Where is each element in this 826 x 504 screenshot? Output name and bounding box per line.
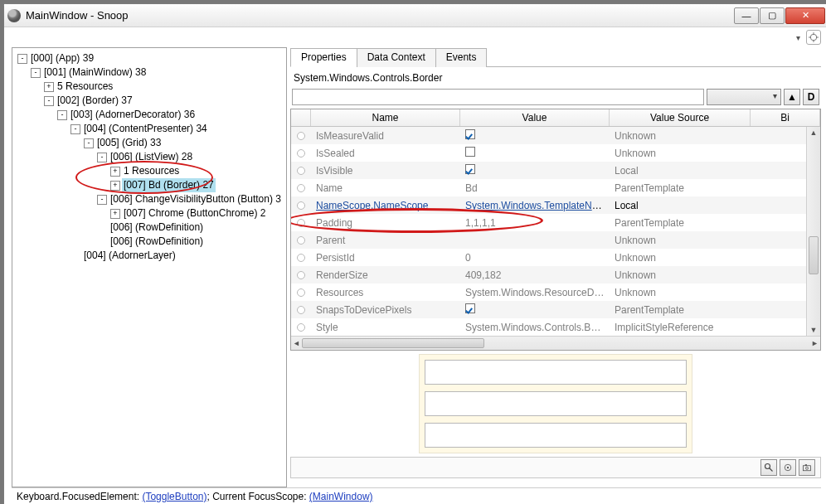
titlebar[interactable]: MainWindow - Snoop — ▢ ✕ bbox=[4, 4, 826, 27]
col-header-binding[interactable]: Bi bbox=[751, 109, 820, 126]
scroll-up-icon[interactable]: ▲ bbox=[810, 128, 818, 137]
tree-node[interactable]: [004] (AdornerLayer) bbox=[14, 249, 284, 263]
tree-node[interactable]: [006] (RowDefinition) bbox=[14, 235, 284, 249]
breakpoint-radio[interactable] bbox=[297, 323, 305, 332]
preview-slot[interactable] bbox=[425, 391, 687, 416]
tree-node[interactable]: -[003] (AdornerDecorator) 36 bbox=[14, 108, 284, 122]
property-row[interactable]: IsVisibleLocal bbox=[291, 162, 806, 179]
breakpoint-radio[interactable] bbox=[297, 254, 305, 262]
focus-scope-link[interactable]: (MainWindow) bbox=[309, 491, 373, 502]
breakpoint-radio[interactable] bbox=[297, 236, 305, 245]
property-value-cell[interactable] bbox=[460, 147, 610, 159]
tree-node-label: [003] (AdornerDecorator) 36 bbox=[69, 108, 197, 122]
tree-node[interactable]: +[007] Chrome (ButtonChrome) 2 bbox=[14, 206, 284, 220]
property-row[interactable]: NameBdParentTemplate bbox=[291, 179, 806, 196]
scroll-down-icon[interactable]: ▼ bbox=[810, 326, 818, 334]
expand-icon[interactable]: + bbox=[44, 82, 54, 92]
breakpoint-radio[interactable] bbox=[297, 149, 305, 158]
sort-direction-button[interactable]: ▲ bbox=[784, 89, 800, 105]
property-row[interactable]: PersistId0Unknown bbox=[291, 249, 806, 266]
collapse-icon[interactable]: - bbox=[97, 153, 107, 162]
property-value-cell[interactable] bbox=[460, 164, 610, 177]
breakpoint-radio[interactable] bbox=[297, 184, 305, 192]
maximize-button[interactable]: ▢ bbox=[760, 7, 785, 24]
target-picker-button[interactable] bbox=[806, 30, 821, 45]
breakpoint-radio[interactable] bbox=[297, 167, 305, 175]
tab-data-context[interactable]: Data Context bbox=[357, 48, 436, 67]
col-header-source[interactable]: Value Source bbox=[610, 109, 751, 126]
property-value-cell[interactable]: 409,182 bbox=[460, 269, 610, 281]
property-row[interactable]: IsSealedUnknown bbox=[291, 144, 806, 162]
tab-properties[interactable]: Properties bbox=[290, 48, 357, 67]
close-button[interactable]: ✕ bbox=[785, 7, 825, 24]
property-value-cell[interactable] bbox=[460, 303, 610, 316]
property-row[interactable]: ParentUnknown bbox=[291, 231, 806, 249]
tree-node[interactable]: -[006] ChangeVisibilityButton (Button) 3 bbox=[14, 192, 284, 206]
filter-dropdown[interactable] bbox=[707, 89, 781, 105]
tree-node[interactable]: -[004] (ContentPresenter) 34 bbox=[14, 122, 284, 136]
breakpoint-radio[interactable] bbox=[297, 201, 305, 210]
scroll-right-icon[interactable]: ► bbox=[811, 339, 819, 347]
checkbox-unchecked-icon[interactable] bbox=[465, 147, 475, 157]
col-header-radio[interactable] bbox=[291, 109, 311, 126]
snapshot-button[interactable] bbox=[799, 459, 815, 476]
crosshair-icon bbox=[809, 32, 819, 42]
collapse-icon[interactable]: - bbox=[17, 54, 27, 64]
tree-node-label: [006] (RowDefinition) bbox=[109, 235, 205, 249]
expand-icon[interactable]: + bbox=[110, 209, 120, 219]
breakpoint-radio[interactable] bbox=[297, 288, 305, 297]
property-row[interactable]: StyleSystem.Windows.Controls.BordImplici… bbox=[291, 318, 806, 336]
collapse-icon[interactable]: - bbox=[57, 110, 67, 120]
property-row[interactable]: IsMeasureValidUnknown bbox=[291, 127, 806, 144]
checkbox-checked-icon[interactable] bbox=[465, 129, 475, 139]
svg-point-10 bbox=[806, 467, 809, 469]
breakpoint-radio[interactable] bbox=[297, 306, 305, 314]
value-source-cell: ImplicitStyleReference bbox=[610, 322, 751, 333]
col-header-name[interactable]: Name bbox=[311, 109, 460, 126]
property-value-cell[interactable]: System.Windows.ResourceDicti bbox=[460, 287, 610, 298]
property-row[interactable]: SnapsToDevicePixelsParentTemplate bbox=[291, 301, 806, 318]
tree-node[interactable]: -[001] (MainWindow) 38 bbox=[14, 65, 284, 80]
property-value-cell[interactable]: Bd bbox=[460, 182, 610, 194]
defaults-toggle-button[interactable]: D bbox=[803, 89, 819, 105]
horizontal-scrollbar[interactable]: ◄ ► bbox=[291, 336, 820, 350]
target-button[interactable] bbox=[780, 459, 796, 476]
checkbox-checked-icon[interactable] bbox=[465, 164, 475, 174]
breakpoint-radio[interactable] bbox=[297, 132, 305, 140]
preview-slot[interactable] bbox=[425, 423, 687, 448]
property-row[interactable]: ResourcesSystem.Windows.ResourceDictiUnk… bbox=[291, 284, 806, 301]
vertical-scrollbar[interactable]: ▲ ▼ bbox=[806, 127, 820, 336]
tab-events[interactable]: Events bbox=[435, 48, 488, 67]
focused-element-link[interactable]: (ToggleButton) bbox=[142, 491, 206, 502]
collapse-icon[interactable]: - bbox=[44, 96, 54, 106]
property-value-cell[interactable]: 0 bbox=[460, 252, 610, 264]
breakpoint-radio[interactable] bbox=[297, 271, 305, 279]
scroll-left-icon[interactable]: ◄ bbox=[293, 339, 300, 347]
tree-node-label: [007] Chrome (ButtonChrome) 2 bbox=[122, 206, 267, 220]
collapse-icon[interactable]: - bbox=[70, 124, 80, 134]
toolbar-dropdown-icon[interactable]: ▾ bbox=[796, 33, 803, 42]
checkbox-checked-icon[interactable] bbox=[465, 303, 475, 313]
window-title: MainWindow - Snoop bbox=[26, 9, 734, 22]
h-scrollbar-thumb[interactable] bbox=[302, 338, 484, 348]
filter-input[interactable] bbox=[292, 89, 704, 105]
tree-node[interactable]: -[005] (Grid) 33 bbox=[14, 136, 284, 150]
property-value-cell[interactable]: System.Windows.Controls.Bord bbox=[460, 322, 610, 333]
grid-body[interactable]: IsMeasureValidUnknownIsSealedUnknownIsVi… bbox=[291, 127, 806, 336]
tree-node[interactable]: -[000] (App) 39 bbox=[14, 51, 284, 65]
property-row[interactable]: RenderSize409,182Unknown bbox=[291, 266, 806, 284]
collapse-icon[interactable]: - bbox=[84, 138, 94, 148]
collapse-icon[interactable]: - bbox=[97, 195, 107, 205]
tree-node[interactable]: -[002] (Border) 37 bbox=[14, 94, 284, 108]
target-icon bbox=[783, 463, 793, 472]
zoom-button[interactable] bbox=[760, 459, 777, 476]
collapse-icon[interactable]: - bbox=[31, 68, 41, 78]
minimize-button[interactable]: — bbox=[734, 7, 759, 24]
col-header-value[interactable]: Value bbox=[460, 109, 610, 126]
tree-node[interactable]: [006] (RowDefinition) bbox=[14, 220, 284, 235]
tree-node[interactable]: +5 Resources bbox=[14, 80, 284, 94]
visual-tree[interactable]: -[000] (App) 39-[001] (MainWindow) 38+5 … bbox=[12, 47, 287, 487]
property-value-cell[interactable] bbox=[460, 129, 610, 142]
scrollbar-thumb[interactable] bbox=[809, 236, 819, 274]
preview-slot[interactable] bbox=[425, 360, 687, 385]
